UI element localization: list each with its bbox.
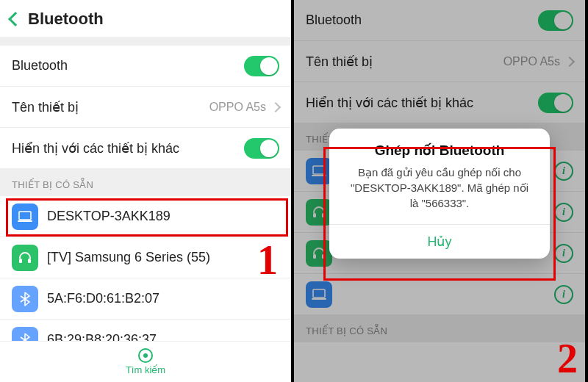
step-number: 2 <box>557 335 578 382</box>
device-name: DESKTOP-3AKK189 <box>47 209 171 224</box>
toggle-visibility[interactable] <box>244 138 279 159</box>
device-name-label: Tên thiết bị <box>12 99 79 115</box>
row-visibility[interactable]: Hiển thị với các thiết bị khác <box>0 128 291 169</box>
section-available: THIẾT BỊ CÓ SẴN <box>0 169 291 196</box>
device-desktop[interactable]: DESKTOP-3AKK189 <box>0 196 291 237</box>
target-icon <box>138 348 153 363</box>
device-mac1[interactable]: 5A:F6:D0:61:B2:07 <box>0 278 291 320</box>
device-name-value: OPPO A5s <box>209 101 266 114</box>
chevron-right-icon <box>270 101 281 112</box>
page-title: Bluetooth <box>28 10 104 29</box>
svg-rect-3 <box>28 259 31 263</box>
toggle-bluetooth[interactable] <box>244 56 279 76</box>
device-name: [TV] Samsung 6 Series (55) <box>47 250 210 265</box>
bluetooth-label: Bluetooth <box>12 58 68 73</box>
svg-rect-1 <box>18 220 32 222</box>
device-tv[interactable]: [TV] Samsung 6 Series (55) <box>0 237 291 278</box>
back-icon[interactable] <box>8 12 23 26</box>
bluetooth-icon <box>12 286 38 312</box>
dialog-title: Ghép nối Bluetooth <box>329 129 550 165</box>
search-button[interactable]: Tìm kiếm <box>0 341 291 382</box>
device-name: 5A:F6:D0:61:B2:07 <box>47 291 159 306</box>
laptop-icon <box>12 203 38 230</box>
cancel-button[interactable]: Hủy <box>329 224 550 259</box>
row-bluetooth-toggle[interactable]: Bluetooth <box>0 46 291 87</box>
svg-rect-2 <box>19 259 22 263</box>
pairing-dialog: Ghép nối Bluetooth Bạn đã gửi yêu cầu gh… <box>329 129 550 259</box>
dialog-body: Bạn đã gửi yêu cầu ghép nối cho "DESKTOP… <box>329 165 550 224</box>
svg-rect-0 <box>19 212 31 220</box>
row-device-name[interactable]: Tên thiết bị OPPO A5s <box>0 87 291 128</box>
header: Bluetooth <box>0 0 291 38</box>
visibility-label: Hiển thị với các thiết bị khác <box>12 140 179 156</box>
headset-icon <box>12 245 38 271</box>
search-label: Tìm kiếm <box>126 364 165 375</box>
screenshot-right: Bluetooth Tên thiết bị OPPO A5s Hiển thị… <box>294 0 585 382</box>
step-number: 1 <box>257 237 278 284</box>
screenshot-left: Bluetooth Bluetooth Tên thiết bị OPPO A5… <box>0 0 294 382</box>
